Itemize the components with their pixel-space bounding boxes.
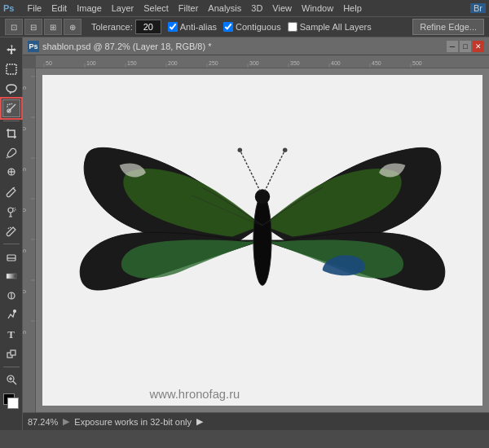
canvas-paper: www.hronofag.ru bbox=[42, 75, 482, 406]
svg-line-12 bbox=[13, 187, 15, 188]
svg-rect-21 bbox=[11, 350, 15, 355]
menu-view[interactable]: View bbox=[272, 3, 292, 13]
svg-text:5: 5 bbox=[23, 331, 27, 334]
refine-edge-button[interactable]: Refine Edge... bbox=[412, 19, 484, 35]
tool-preset-4[interactable]: ⊕ bbox=[64, 19, 82, 35]
minimize-button[interactable]: ─ bbox=[447, 41, 458, 52]
svg-point-64 bbox=[238, 148, 243, 153]
svg-rect-0 bbox=[7, 64, 16, 74]
contiguous-checkbox[interactable] bbox=[223, 22, 233, 32]
svg-text:500: 500 bbox=[412, 60, 422, 66]
svg-line-7 bbox=[7, 104, 8, 105]
tolerance-input[interactable] bbox=[135, 20, 161, 34]
clone-tool[interactable] bbox=[2, 203, 20, 221]
menu-analysis[interactable]: Analysis bbox=[208, 3, 241, 13]
menu-file[interactable]: File bbox=[27, 3, 42, 13]
magic-wand-tool[interactable] bbox=[2, 99, 20, 117]
history-tool[interactable] bbox=[2, 222, 20, 240]
butterfly-image: www.hronofag.ru bbox=[42, 75, 482, 406]
healing-tool[interactable] bbox=[2, 164, 20, 182]
svg-text:0: 0 bbox=[23, 209, 27, 212]
toolbar-sep-3 bbox=[3, 367, 20, 367]
close-button[interactable]: ✕ bbox=[473, 41, 484, 52]
menu-filter[interactable]: Filter bbox=[178, 3, 198, 13]
svg-text:5: 5 bbox=[23, 168, 27, 171]
options-bar: ⊡ ⊟ ⊞ ⊕ Tolerance: Anti-alias Contiguous… bbox=[0, 16, 489, 37]
sample-all-label[interactable]: Sample All Layers bbox=[288, 22, 372, 32]
eraser-tool[interactable] bbox=[2, 248, 20, 266]
antialias-checkbox[interactable] bbox=[168, 22, 178, 32]
foreground-color[interactable] bbox=[3, 393, 20, 410]
menu-window[interactable]: Window bbox=[302, 3, 333, 13]
status-info: Exposure works in 32-bit only bbox=[74, 417, 192, 427]
svg-point-62 bbox=[253, 195, 271, 286]
svg-text:250: 250 bbox=[209, 60, 218, 66]
menu-select[interactable]: Select bbox=[143, 3, 169, 13]
menu-help[interactable]: Help bbox=[343, 3, 362, 13]
tool-preset-2[interactable]: ⊟ bbox=[24, 19, 42, 35]
svg-point-13 bbox=[8, 208, 13, 213]
svg-line-5 bbox=[11, 103, 12, 104]
antialias-label[interactable]: Anti-alias bbox=[168, 22, 217, 32]
status-bar: 87.24% ▶ Exposure works in 32-bit only ▶ bbox=[23, 412, 489, 430]
svg-text:400: 400 bbox=[331, 60, 341, 66]
zoom-level: 87.24% bbox=[28, 417, 58, 427]
tolerance-label: Tolerance: bbox=[91, 20, 161, 34]
main-area: T Ps shablon.psd @ 87.2% (Layer 18, RGB/… bbox=[0, 37, 489, 430]
status-arrow[interactable]: ▶ bbox=[196, 416, 203, 427]
dodge-tool[interactable] bbox=[2, 287, 20, 305]
tool-preset-1[interactable]: ⊡ bbox=[5, 19, 23, 35]
gradient-tool[interactable] bbox=[2, 267, 20, 285]
svg-rect-16 bbox=[7, 274, 16, 279]
pen-tool[interactable] bbox=[2, 306, 20, 324]
canvas-viewport: www.hronofag.ru bbox=[36, 68, 489, 412]
svg-text:50: 50 bbox=[46, 60, 52, 66]
maximize-button[interactable]: □ bbox=[460, 41, 471, 52]
doc-titlebar: Ps shablon.psd @ 87.2% (Layer 18, RGB/8)… bbox=[23, 37, 489, 55]
svg-point-19 bbox=[13, 310, 15, 313]
svg-text:150: 150 bbox=[127, 60, 137, 66]
brush-tool[interactable] bbox=[2, 183, 20, 201]
ruler-vertical: 5 0 5 0 5 0 5 bbox=[23, 68, 36, 412]
svg-text:450: 450 bbox=[372, 60, 381, 66]
svg-line-23 bbox=[13, 381, 16, 384]
doc-title: shablon.psd @ 87.2% (Layer 18, RGB/8) * bbox=[42, 42, 211, 51]
type-tool[interactable]: T bbox=[2, 326, 20, 344]
svg-text:100: 100 bbox=[86, 60, 96, 66]
doc-ps-icon: Ps bbox=[28, 41, 39, 52]
crop-tool[interactable] bbox=[2, 125, 20, 143]
marquee-tool[interactable] bbox=[2, 60, 20, 78]
menu-3d[interactable]: 3D bbox=[251, 3, 262, 13]
svg-text:0: 0 bbox=[23, 290, 27, 293]
svg-text:www.hronofag.ru: www.hronofag.ru bbox=[149, 388, 240, 401]
svg-text:200: 200 bbox=[168, 60, 178, 66]
svg-text:0: 0 bbox=[23, 127, 27, 130]
menu-bar: Ps File Edit Image Layer Select Filter A… bbox=[0, 0, 489, 16]
window-controls: ─ □ ✕ bbox=[447, 41, 484, 52]
svg-line-8 bbox=[7, 157, 7, 158]
menu-layer[interactable]: Layer bbox=[112, 3, 134, 13]
svg-point-65 bbox=[283, 148, 288, 153]
svg-text:350: 350 bbox=[290, 60, 300, 66]
ruler-horizontal: 50 100 150 200 250 300 350 bbox=[36, 55, 489, 68]
toolbar: T bbox=[0, 37, 23, 430]
svg-rect-47 bbox=[23, 68, 36, 412]
move-tool[interactable] bbox=[2, 41, 20, 59]
menu-edit[interactable]: Edit bbox=[51, 3, 67, 13]
eyedropper-tool[interactable] bbox=[2, 144, 20, 162]
lasso-tool[interactable] bbox=[2, 80, 20, 98]
sample-all-checkbox[interactable] bbox=[288, 22, 297, 32]
zoom-tool[interactable] bbox=[2, 371, 20, 389]
document-window: Ps shablon.psd @ 87.2% (Layer 18, RGB/8)… bbox=[23, 37, 489, 430]
shape-tool[interactable] bbox=[2, 345, 20, 363]
svg-text:300: 300 bbox=[249, 60, 259, 66]
canvas-area: Ps shablon.psd @ 87.2% (Layer 18, RGB/8)… bbox=[23, 37, 489, 430]
menu-br[interactable]: Br bbox=[470, 3, 486, 13]
contiguous-label[interactable]: Contiguous bbox=[223, 22, 281, 32]
ruler-corner bbox=[23, 55, 36, 68]
tool-preset-3[interactable]: ⊞ bbox=[44, 19, 62, 35]
ps-logo: Ps bbox=[3, 3, 14, 13]
menu-image[interactable]: Image bbox=[77, 3, 102, 13]
svg-line-1 bbox=[10, 104, 15, 110]
svg-point-63 bbox=[255, 189, 270, 204]
